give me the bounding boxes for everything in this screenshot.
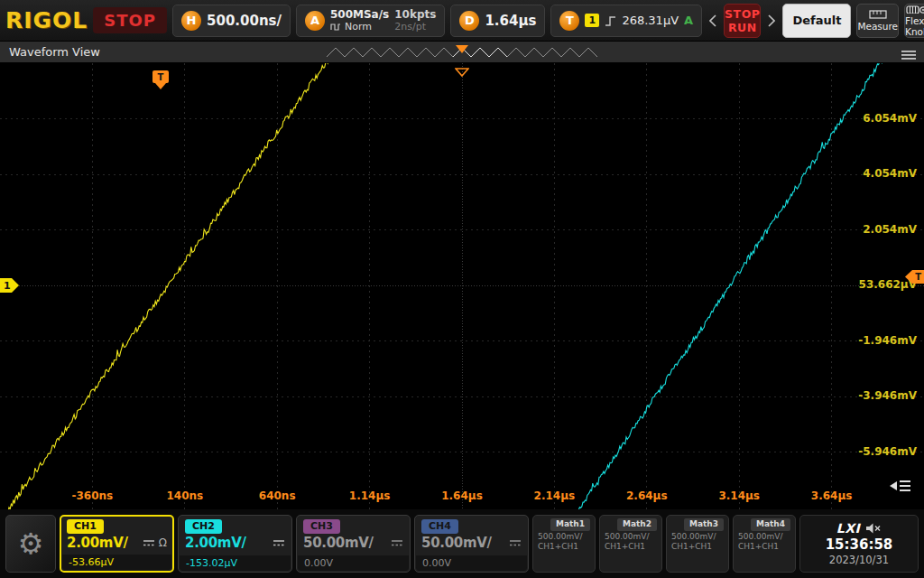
ch2-pill: CH2 [185, 519, 222, 534]
ch2-offset: -153.02µV [180, 555, 291, 571]
measure-button-label: Measure [857, 21, 898, 32]
graticule-area[interactable]: -360ns140ns640ns1.14µs1.64µs2.14µs2.64µs… [0, 63, 924, 509]
clock-date: 2023/10/31 [829, 554, 889, 566]
record-overview-strip[interactable] [327, 45, 597, 60]
bottom-status-bar: ⚙ CH1 2.00mV/ Ω -53.66µV CH2 2.00mV/ -15… [0, 509, 924, 578]
ch4-icons [509, 539, 522, 547]
ch1-offset: -53.66µV [62, 555, 171, 570]
memory-depth-column: 10kpts 2ns/pt [394, 8, 436, 33]
dc-coupling-icon [143, 539, 155, 547]
acquisition-group[interactable]: A 500MSa/s Norm 10kpts 2ns/pt [296, 5, 445, 37]
acquire-mode-row: Norm [330, 21, 389, 33]
toolbar-scroll-right-icon[interactable] [766, 14, 777, 27]
default-button-label: Default [792, 14, 841, 27]
math4-scale: 500.00mV/ [738, 532, 790, 541]
math3-pill: Math3 [684, 518, 724, 531]
delay-group[interactable]: D 1.64µs [450, 5, 545, 37]
run-state-badge: STOP [93, 7, 167, 33]
ch4-pill: CH4 [421, 519, 458, 534]
acquire-mode-value: Norm [345, 21, 372, 33]
math3-box[interactable]: Math3 500.00mV/ CH1+CH1 [666, 515, 729, 573]
math3-expression: CH1+CH1 [671, 542, 724, 551]
ch4-scale: 50.00mV/ [421, 535, 492, 551]
ch3-pill: CH3 [303, 519, 340, 534]
flex-knob-button[interactable]: Flex Knob [904, 4, 924, 38]
measure-button[interactable]: Measure [856, 4, 899, 38]
ch3-offset: 0.00V [298, 555, 409, 571]
math1-scale: 500.00mV/ [538, 532, 590, 541]
math1-expression: CH1+CH1 [538, 542, 590, 551]
waveform-display [0, 63, 924, 509]
ch1-icons: Ω [143, 537, 167, 548]
speaker-muted-icon [866, 523, 882, 534]
channel-box-ch3[interactable]: CH3 50.00mV/ 0.00V [296, 515, 411, 573]
dc-coupling-icon [391, 539, 403, 547]
delay-knob-icon: D [459, 11, 479, 31]
stop-run-line2: RUN [728, 21, 757, 34]
lxi-row: LXI [836, 521, 882, 536]
delay-value: 1.64µs [485, 13, 536, 29]
flex-knob-button-label: Flex Knob [905, 15, 924, 37]
horizontal-knob-icon: H [181, 11, 201, 31]
math1-pill: Math1 [550, 518, 590, 531]
dc-coupling-icon [509, 539, 522, 547]
ch3-scale: 50.00mV/ [303, 535, 374, 551]
math4-pill: Math4 [751, 518, 790, 531]
ch1-trace [4, 63, 332, 509]
trigger-source-badge: 1 [585, 14, 599, 27]
ch1-scale: 2.00mV/ [67, 535, 128, 551]
channel-box-ch1[interactable]: CH1 2.00mV/ Ω -53.66µV [60, 515, 174, 573]
ch3-icons [391, 539, 403, 547]
ch2-trace [572, 63, 886, 509]
ch1-pill: CH1 [67, 519, 104, 534]
rigol-logo: RIGOL [5, 7, 88, 33]
math1-box[interactable]: Math1 500.00mV/ CH1+CH1 [532, 515, 596, 573]
square-wave-icon [330, 23, 341, 32]
channel1-marker-label: 1 [4, 280, 11, 292]
channel-box-ch2[interactable]: CH2 2.00mV/ -153.02µV [178, 515, 292, 573]
acquire-knob-icon: A [305, 11, 325, 31]
trigger-level-label: T [915, 272, 921, 282]
knob-icon [906, 5, 924, 14]
sample-resolution-value: 2ns/pt [394, 21, 436, 33]
waveform-view-title: Waveform View [0, 45, 100, 59]
toolbar-scroll-left-icon[interactable] [707, 14, 718, 27]
rising-edge-icon [605, 14, 616, 27]
trigger-group[interactable]: T 1 268.31µV A [550, 5, 702, 37]
math4-box[interactable]: Math4 500.00mV/ CH1+CH1 [733, 515, 796, 573]
gear-icon: ⚙ [18, 527, 44, 561]
trigger-status: A [684, 14, 693, 27]
trigger-knob-icon: T [559, 11, 579, 31]
oscilloscope-screen: RIGOL STOP H 500.00ns/ A 500MSa/s Norm 1… [0, 0, 924, 578]
math2-expression: CH1+CH1 [605, 542, 657, 551]
ch4-offset: 0.00V [416, 555, 527, 571]
ch2-scale: 2.00mV/ [185, 535, 246, 551]
trigger-position-label: T [158, 72, 164, 82]
impedance-icon: Ω [159, 537, 167, 548]
trigger-level-value: 268.31µV [622, 14, 679, 27]
collapse-menu-icon[interactable] [890, 477, 911, 499]
lxi-logo: LXI [836, 521, 860, 536]
math3-scale: 500.00mV/ [671, 532, 724, 541]
stop-run-button[interactable]: STOP RUN [724, 4, 761, 38]
sample-rate-column: 500MSa/s Norm [330, 8, 389, 33]
sample-rate-value: 500MSa/s [330, 8, 389, 21]
math2-scale: 500.00mV/ [605, 532, 657, 541]
ruler-icon [869, 10, 887, 19]
channel-box-ch4[interactable]: CH4 50.00mV/ 0.00V [414, 515, 529, 573]
settings-gear-button[interactable]: ⚙ [5, 515, 56, 573]
top-status-bar: RIGOL STOP H 500.00ns/ A 500MSa/s Norm 1… [0, 0, 924, 42]
waveform-view-bar: Waveform View [0, 42, 924, 63]
system-status-box[interactable]: LXI 15:36:58 2023/10/31 [799, 515, 919, 573]
timebase-value: 500.00ns/ [207, 13, 282, 29]
ch2-icons [273, 539, 285, 547]
horizontal-timebase-group[interactable]: H 500.00ns/ [172, 5, 291, 37]
dc-coupling-icon [273, 539, 285, 547]
default-button[interactable]: Default [782, 4, 851, 38]
trigger-position-marker[interactable]: T [152, 70, 169, 83]
memory-depth-value: 10kpts [394, 8, 436, 21]
math4-expression: CH1+CH1 [738, 542, 790, 551]
math2-box[interactable]: Math2 500.00mV/ CH1+CH1 [599, 515, 662, 573]
menu-icon[interactable] [901, 47, 916, 64]
delay-center-marker[interactable] [455, 63, 469, 80]
